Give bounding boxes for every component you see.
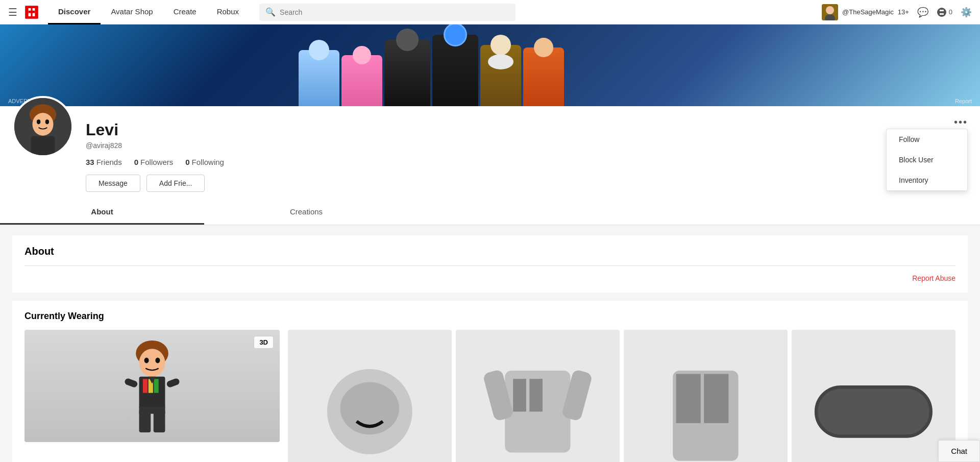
item-card[interactable] bbox=[624, 330, 788, 462]
profile-handle: @aviraj828 bbox=[86, 141, 968, 150]
dropdown-item-follow[interactable]: Follow bbox=[887, 129, 967, 150]
wearing-layout: 3D bbox=[24, 330, 955, 462]
hamburger-menu-button[interactable]: ☰ bbox=[8, 6, 17, 18]
following-label: Following bbox=[192, 158, 224, 166]
followers-label: Followers bbox=[140, 158, 173, 166]
tab-creations[interactable]: Creations bbox=[204, 200, 408, 225]
more-options-button[interactable]: ••• bbox=[954, 116, 968, 128]
ad-banner: ADVERTISEMENT Report bbox=[0, 25, 980, 106]
followers-stat[interactable]: 0 Followers bbox=[134, 158, 174, 166]
svg-point-13 bbox=[32, 113, 53, 136]
content-area: About Report Abuse Currently Wearing bbox=[0, 225, 980, 462]
message-button[interactable]: Message bbox=[86, 175, 140, 192]
profile-header: Levi @aviraj828 33 Friends 0 Followers 0… bbox=[12, 116, 968, 200]
ad-report-button[interactable]: Report bbox=[955, 98, 972, 104]
age-rating-badge: 13+ bbox=[898, 8, 909, 16]
svg-point-5 bbox=[826, 6, 834, 14]
nav-link-discover[interactable]: Discover bbox=[48, 0, 101, 25]
username-label: @TheSageMagic bbox=[842, 8, 894, 16]
svg-rect-26 bbox=[124, 378, 138, 388]
item-card[interactable] bbox=[456, 330, 620, 462]
svg-rect-41 bbox=[676, 374, 701, 423]
svg-rect-10 bbox=[940, 11, 944, 13]
profile-section: Levi @aviraj828 33 Friends 0 Followers 0… bbox=[0, 106, 980, 200]
item-card[interactable] bbox=[792, 330, 955, 462]
about-divider bbox=[24, 265, 955, 266]
profile-info: Levi @aviraj828 33 Friends 0 Followers 0… bbox=[86, 116, 968, 192]
nav-right: @TheSageMagic 13+ 💬 0 ⚙️ bbox=[822, 4, 972, 20]
currently-wearing-section: Currently Wearing bbox=[12, 301, 968, 462]
robux-icon-button[interactable]: 0 bbox=[937, 7, 952, 17]
nav-link-avatar-shop[interactable]: Avatar Shop bbox=[101, 0, 163, 25]
chat-icon-button[interactable]: 💬 bbox=[917, 7, 928, 18]
top-nav: ☰ Discover Avatar Shop Create Robux 🔍 bbox=[0, 0, 980, 25]
add-friend-button[interactable]: Add Frie... bbox=[146, 175, 205, 192]
friends-label: Friends bbox=[96, 158, 122, 166]
svg-rect-39 bbox=[529, 379, 543, 411]
user-info[interactable]: @TheSageMagic 13+ bbox=[822, 4, 909, 20]
search-icon: 🔍 bbox=[265, 7, 276, 17]
roblox-logo bbox=[23, 4, 40, 20]
nav-links: Discover Avatar Shop Create Robux bbox=[48, 0, 249, 25]
svg-rect-24 bbox=[154, 379, 159, 393]
profile-avatar bbox=[12, 96, 74, 157]
robux-count: 0 bbox=[949, 8, 952, 16]
nav-link-robux[interactable]: Robux bbox=[207, 0, 249, 25]
svg-rect-38 bbox=[513, 379, 526, 411]
friends-count: 33 bbox=[86, 158, 94, 166]
settings-icon-button[interactable]: ⚙️ bbox=[961, 7, 972, 18]
dropdown-item-block-user[interactable]: Block User bbox=[887, 150, 967, 170]
search-input[interactable] bbox=[280, 8, 509, 16]
chat-button[interactable]: Chat bbox=[938, 440, 980, 462]
item-card[interactable] bbox=[288, 330, 452, 462]
svg-rect-22 bbox=[143, 379, 148, 393]
svg-point-14 bbox=[37, 119, 40, 124]
followers-count: 0 bbox=[134, 158, 138, 166]
svg-rect-27 bbox=[166, 378, 180, 388]
friends-stat[interactable]: 33 Friends bbox=[86, 158, 122, 166]
about-title: About bbox=[24, 246, 955, 257]
items-grid bbox=[288, 330, 955, 462]
user-avatar bbox=[822, 4, 838, 20]
svg-rect-42 bbox=[704, 374, 728, 423]
dropdown-menu: Follow Block User Inventory bbox=[886, 129, 968, 191]
profile-name: Levi bbox=[86, 120, 968, 139]
svg-point-19 bbox=[144, 358, 149, 363]
search-bar: 🔍 bbox=[259, 4, 516, 21]
svg-rect-30 bbox=[139, 407, 165, 414]
avatar-3d-figure bbox=[111, 335, 193, 437]
svg-point-15 bbox=[45, 119, 49, 124]
dropdown-item-inventory[interactable]: Inventory bbox=[887, 170, 967, 190]
profile-actions: Message Add Frie... bbox=[86, 175, 968, 192]
tab-about[interactable]: About bbox=[0, 200, 204, 225]
tabs: About Creations bbox=[0, 200, 980, 225]
svg-point-20 bbox=[155, 358, 160, 363]
3d-view-button[interactable]: 3D bbox=[254, 336, 274, 349]
following-stat[interactable]: 0 Following bbox=[185, 158, 224, 166]
robux-icon bbox=[937, 7, 947, 17]
currently-wearing-title: Currently Wearing bbox=[24, 311, 955, 322]
about-section: About Report Abuse bbox=[12, 235, 968, 293]
svg-point-18 bbox=[139, 349, 165, 377]
svg-rect-43 bbox=[816, 387, 931, 436]
profile-stats: 33 Friends 0 Followers 0 Following bbox=[86, 158, 968, 166]
report-abuse-button[interactable]: Report Abuse bbox=[24, 274, 955, 282]
svg-rect-3 bbox=[29, 10, 35, 13]
following-count: 0 bbox=[185, 158, 189, 166]
nav-link-create[interactable]: Create bbox=[163, 0, 207, 25]
avatar-3d-view: 3D bbox=[24, 330, 280, 442]
svg-rect-16 bbox=[31, 136, 55, 155]
